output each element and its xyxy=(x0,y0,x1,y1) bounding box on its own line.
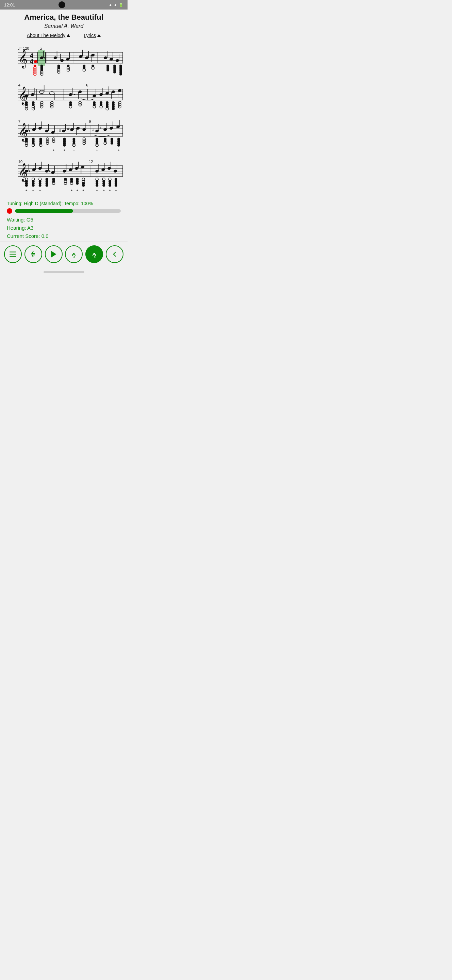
svg-text:4: 4 xyxy=(30,58,33,65)
bottom-toolbar: a b xyxy=(0,242,127,270)
svg-point-269 xyxy=(107,167,111,170)
main-content: America, the Beautiful Samuel A. Ward Ab… xyxy=(0,10,127,242)
svg-text:#: # xyxy=(67,127,70,131)
svg-text:7: 7 xyxy=(18,119,21,124)
svg-text:+: + xyxy=(25,189,27,192)
svg-point-208 xyxy=(63,144,66,147)
waiting-text: Waiting: G5 xyxy=(7,216,121,224)
svg-text:+: + xyxy=(53,148,55,152)
svg-text:2: 2 xyxy=(40,47,42,50)
links-row: About The Melody Lyrics xyxy=(3,33,125,38)
svg-point-178 xyxy=(95,129,99,133)
hand-a-button[interactable]: a xyxy=(65,245,82,263)
staff-svg-3: 𝄞 7 9 # xyxy=(3,116,125,153)
score-text: Current Score: 0.0 xyxy=(7,232,121,240)
status-text: Waiting: G5 Hearing: A3 Current Score: 0… xyxy=(7,216,121,240)
status-bar: 12:01 ▲ ▲ 🔋 xyxy=(0,0,127,10)
svg-text:#: # xyxy=(92,127,95,132)
svg-point-64 xyxy=(106,69,109,72)
svg-point-304 xyxy=(76,182,79,185)
about-melody-link[interactable]: About The Melody xyxy=(27,33,70,38)
play-button[interactable] xyxy=(45,245,63,263)
svg-point-49 xyxy=(40,73,43,76)
svg-point-276 xyxy=(25,184,28,187)
svg-point-297 xyxy=(64,182,67,185)
about-melody-label: About The Melody xyxy=(27,33,65,38)
svg-text:6: 6 xyxy=(86,83,88,87)
svg-text:+: + xyxy=(96,148,98,152)
hand-b-button[interactable]: b xyxy=(86,245,103,263)
svg-point-23 xyxy=(60,59,64,62)
svg-point-161 xyxy=(38,127,42,130)
svg-text:+: + xyxy=(82,189,84,192)
hearing-text: Hearing: A3 xyxy=(7,224,121,232)
svg-text:♮: ♮ xyxy=(100,126,102,130)
sheet-row-2: 𝄞 4 6 xyxy=(3,80,125,114)
battery-icon: 🔋 xyxy=(119,3,124,7)
svg-text:4: 4 xyxy=(18,83,21,87)
svg-point-257 xyxy=(63,169,67,173)
svg-point-38 xyxy=(115,59,119,62)
wifi-icon: ▲ xyxy=(108,3,112,7)
svg-point-34 xyxy=(103,56,108,60)
svg-point-168 xyxy=(62,129,66,133)
svg-point-122 xyxy=(51,105,53,108)
svg-point-286 xyxy=(39,184,41,187)
svg-text:b: b xyxy=(94,255,95,259)
menu-button[interactable] xyxy=(4,245,22,263)
sheet-row-3: 𝄞 7 9 # xyxy=(3,116,125,153)
svg-point-88 xyxy=(31,92,35,96)
song-composer: Samuel A. Ward xyxy=(3,23,125,29)
staff-svg-2: 𝄞 4 6 xyxy=(3,80,125,114)
song-title: America, the Beautiful xyxy=(3,13,125,22)
gesture-bar xyxy=(44,271,84,273)
svg-point-116 xyxy=(32,107,35,110)
svg-point-127 xyxy=(79,103,81,106)
svg-point-291 xyxy=(46,184,48,187)
arrow-up-icon-lyrics xyxy=(97,34,101,37)
svg-text:+: + xyxy=(96,189,98,192)
svg-point-254 xyxy=(49,170,50,172)
svg-point-265 xyxy=(95,169,99,173)
svg-marker-334 xyxy=(51,251,56,258)
sheet-row-1: 𝄞 4 4 ♩= 120 2 xyxy=(3,43,125,77)
svg-text:12: 12 xyxy=(89,159,93,164)
svg-text:+: + xyxy=(76,189,78,192)
menu-icon xyxy=(8,250,17,259)
svg-point-183 xyxy=(109,127,113,130)
svg-point-68 xyxy=(113,71,116,73)
svg-text:♩= 120: ♩= 120 xyxy=(18,46,29,50)
svg-point-73 xyxy=(119,73,122,76)
svg-text:+: + xyxy=(109,189,111,192)
svg-point-96 xyxy=(74,94,75,95)
lyrics-link[interactable]: Lyrics xyxy=(84,33,101,38)
svg-point-119 xyxy=(40,105,43,108)
svg-text:+: + xyxy=(73,148,75,152)
svg-text:+: + xyxy=(63,148,66,152)
progress-bar-fill xyxy=(15,209,73,213)
progress-red-dot xyxy=(7,208,12,214)
svg-point-20 xyxy=(44,57,46,59)
svg-point-94 xyxy=(69,92,73,96)
svg-point-97 xyxy=(78,90,82,93)
svg-point-247 xyxy=(29,170,30,172)
back-icon xyxy=(110,250,119,259)
svg-point-250 xyxy=(38,167,42,170)
play-icon xyxy=(49,250,58,259)
lyrics-label: Lyrics xyxy=(84,33,96,38)
status-icons: ▲ ▲ 🔋 xyxy=(108,3,124,7)
svg-text:9: 9 xyxy=(89,119,91,124)
svg-point-271 xyxy=(113,169,117,173)
svg-point-29 xyxy=(85,56,89,60)
signal-icon: ▲ xyxy=(114,3,117,7)
camera-dot xyxy=(59,2,65,8)
back-button[interactable] xyxy=(106,245,124,263)
svg-point-281 xyxy=(32,184,35,187)
svg-point-232 xyxy=(117,144,120,147)
svg-text:+: + xyxy=(118,148,120,152)
svg-text:a: a xyxy=(73,255,75,259)
hand-a-icon: a xyxy=(70,250,78,259)
svg-point-201 xyxy=(46,142,49,145)
updown-button[interactable] xyxy=(24,245,42,263)
svg-text:+: + xyxy=(32,189,34,192)
